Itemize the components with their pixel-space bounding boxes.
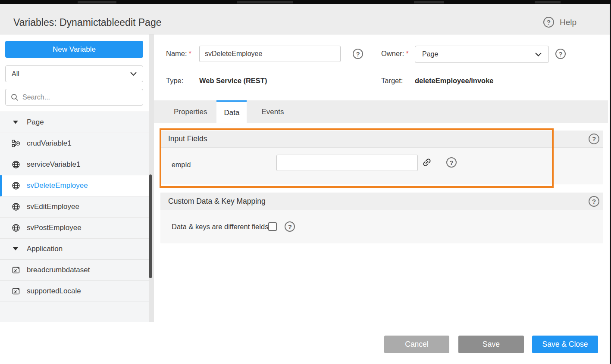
custom-mapping-help-icon[interactable]: ? <box>589 196 599 207</box>
owner-select[interactable]: Page <box>415 46 549 63</box>
input-fields-help-icon[interactable]: ? <box>589 134 599 144</box>
different-fields-checkbox[interactable] <box>268 222 277 231</box>
search-icon <box>11 93 19 101</box>
type-value: Web Service (REST) <box>199 77 267 85</box>
save-button[interactable]: Save <box>458 336 524 353</box>
detail-tabbar: Properties Data Events <box>154 100 608 123</box>
target-value: deleteEmployee/invoke <box>415 77 494 85</box>
owner-select-value: Page <box>422 50 438 58</box>
model-variable-icon <box>12 287 20 296</box>
required-asterisk: * <box>406 50 408 57</box>
name-help-icon[interactable]: ? <box>353 49 363 59</box>
link-icon <box>422 157 432 168</box>
input-fields-header: Input Fields ? <box>160 131 603 148</box>
sidebar-item-svdeleteemployee[interactable]: svDeleteEmployee <box>0 175 149 196</box>
bind-variable-button[interactable] <box>422 157 432 168</box>
tab-data[interactable]: Data <box>216 100 247 124</box>
sidebar-item-servicevariable1[interactable]: serviceVariable1 <box>0 154 149 175</box>
tab-events[interactable]: Events <box>254 100 291 123</box>
different-fields-help-icon[interactable]: ? <box>285 221 295 232</box>
type-label: Type: <box>166 77 183 85</box>
name-input[interactable] <box>199 46 341 62</box>
dialog-header: Variables: Dynamictableedit Page ? Help <box>0 4 611 34</box>
name-label: Name:* <box>166 50 191 58</box>
tab-properties[interactable]: Properties <box>167 100 214 123</box>
sidebar-item-breadcrumbdataset[interactable]: breadcrumbdataset <box>0 260 149 281</box>
variable-filter-value: All <box>12 70 19 78</box>
sidebar-scrollbar[interactable] <box>149 174 152 278</box>
input-fields-title: Input Fields <box>168 134 207 143</box>
sidebar-item-svpostemployee[interactable]: svPostEmployee <box>0 218 149 239</box>
help-icon[interactable]: ? <box>543 17 554 28</box>
web-service-icon <box>12 202 20 211</box>
sidebar-divider <box>149 34 154 322</box>
cancel-button[interactable]: Cancel <box>384 336 449 353</box>
save-close-button[interactable]: Save & Close <box>532 336 598 353</box>
variable-list: Page crudVariable1 serviceVariable1 svDe… <box>0 112 149 322</box>
required-asterisk: * <box>189 50 191 57</box>
custom-mapping-body: Data & keys are different fields ? <box>160 210 603 243</box>
caret-down-icon <box>13 121 18 124</box>
model-variable-icon <box>12 266 20 274</box>
sidebar-group-page[interactable]: Page <box>0 112 149 133</box>
input-fields-section: Input Fields ? empId ? <box>160 131 603 184</box>
empid-label: empId <box>172 161 191 169</box>
sidebar-group-application[interactable]: Application <box>0 239 149 260</box>
help-button[interactable]: ? Help <box>543 17 577 28</box>
variables-sidebar: New Variable All Page crudVariable1 <box>0 34 149 322</box>
variable-filter-select[interactable]: All <box>5 65 143 82</box>
page-title: Variables: Dynamictableedit Page <box>13 17 161 28</box>
chevron-down-icon <box>130 72 137 76</box>
sidebar-item-sveditemployee[interactable]: svEditEmployee <box>0 196 149 218</box>
background-app-top-edge <box>0 0 611 4</box>
target-label: Target: <box>381 77 403 85</box>
variable-label: breadcrumbdataset <box>27 266 90 274</box>
empid-input[interactable] <box>276 155 418 171</box>
new-variable-button[interactable]: New Variable <box>5 41 143 58</box>
owner-help-icon[interactable]: ? <box>555 49 566 59</box>
sidebar-item-crudvariable1[interactable]: crudVariable1 <box>0 133 149 154</box>
variable-label: supportedLocale <box>27 287 81 296</box>
help-label[interactable]: Help <box>560 18 577 27</box>
custom-mapping-header: Custom Data & Key Mapping ? <box>160 193 603 210</box>
owner-label: Owner:* <box>381 50 409 58</box>
search-input[interactable] <box>22 93 138 101</box>
empid-help-icon[interactable]: ? <box>446 157 457 168</box>
crud-variable-icon <box>12 139 20 148</box>
variable-detail-panel: Name:* ? Owner:* Page ? Type: Web Servic… <box>154 34 611 322</box>
variable-label: svDeleteEmployee <box>27 181 88 190</box>
dialog-footer: Cancel Save Save & Close <box>0 322 611 364</box>
web-service-icon <box>12 224 20 232</box>
different-fields-label: Data & keys are different fields <box>172 223 268 231</box>
group-label: Application <box>27 245 63 253</box>
custom-mapping-title: Custom Data & Key Mapping <box>168 197 266 206</box>
chevron-down-icon <box>535 53 542 56</box>
variable-label: svPostEmployee <box>27 224 81 232</box>
custom-mapping-section: Custom Data & Key Mapping ? Data & keys … <box>160 193 603 243</box>
web-service-icon <box>12 181 20 190</box>
variable-search <box>5 89 143 106</box>
input-fields-body: empId ? <box>160 148 603 184</box>
variable-label: crudVariable1 <box>27 139 72 148</box>
variables-dialog: Variables: Dynamictableedit Page ? Help … <box>0 0 611 364</box>
group-label: Page <box>27 118 44 127</box>
caret-down-icon <box>13 247 18 251</box>
variable-label: serviceVariable1 <box>27 160 80 169</box>
variable-label: svEditEmployee <box>27 202 79 211</box>
web-service-icon <box>12 160 20 169</box>
sidebar-item-supportedlocale[interactable]: supportedLocale <box>0 281 149 302</box>
